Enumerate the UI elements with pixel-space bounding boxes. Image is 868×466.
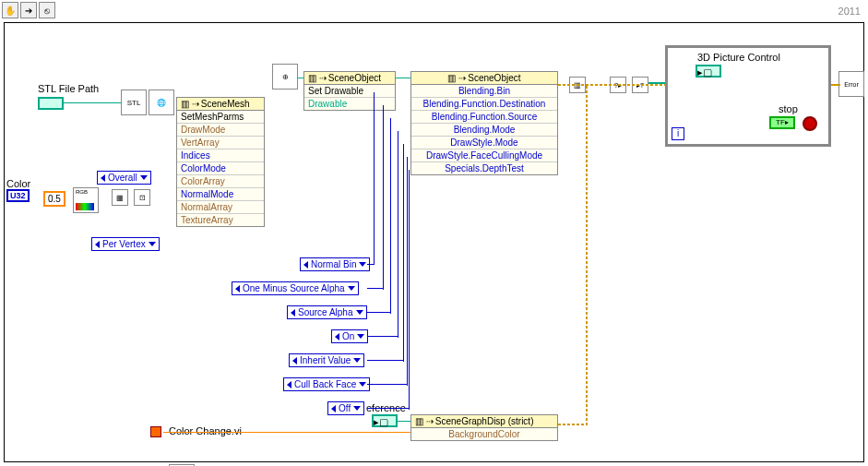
so2-row[interactable]: DrawStyle.Mode <box>411 137 557 149</box>
sgd-row[interactable]: BackgroundColor <box>411 428 557 440</box>
half-constant[interactable]: 0.5 <box>43 191 65 207</box>
scenemesh-header: ▥ ⇢SceneMesh <box>177 98 264 111</box>
wire <box>298 78 303 78</box>
cullback-constant[interactable]: Cull Back Face <box>283 377 370 391</box>
wire <box>367 312 391 313</box>
wire <box>367 408 410 409</box>
overall-constant[interactable]: Overall <box>97 171 151 185</box>
pervertex-constant[interactable]: Per Vertex <box>91 237 160 251</box>
wire <box>374 92 375 264</box>
mesh-row[interactable]: SetMeshParms <box>177 111 264 124</box>
sceneobject2-header: ▥ ⇢SceneObject <box>411 72 557 85</box>
on-constant[interactable]: On <box>331 329 368 343</box>
so1-row[interactable]: Set Drawable <box>304 85 395 98</box>
wire <box>558 84 665 86</box>
colorchange-label: Color Change.vi <box>169 425 242 436</box>
wire <box>390 118 391 314</box>
so2-row[interactable]: Blending.Function.Source <box>411 111 557 124</box>
sceneobject1-node[interactable]: ▥ ⇢SceneObject Set Drawable Drawable <box>303 71 396 111</box>
wire <box>558 424 586 425</box>
spool-tool-icon[interactable]: ⎋ <box>39 2 55 18</box>
arrow-tool-icon[interactable]: ➔ <box>20 2 37 18</box>
while-loop-frame: STL File Path STL 🌐 Color U32 0.5 ▦ ⊡ Ov… <box>4 22 864 462</box>
stl-path-terminal[interactable] <box>38 97 64 110</box>
wire <box>403 144 404 362</box>
wire <box>407 157 408 386</box>
wire <box>367 336 398 337</box>
color-label: Color <box>6 178 30 189</box>
wire <box>367 264 375 265</box>
wire <box>383 105 384 290</box>
rgb-to-color-icon[interactable] <box>73 187 99 213</box>
wire <box>409 170 410 410</box>
off-constant[interactable]: Off <box>327 401 364 415</box>
wire <box>367 288 384 289</box>
scenegraphdisp-node[interactable]: ▥ ⇢SceneGraphDisp (strict) BackgroundCol… <box>410 414 558 441</box>
mesh-row[interactable]: VertArray <box>177 137 264 149</box>
toolbar: ✋ ➔ ⎋ <box>0 0 57 20</box>
wire <box>648 82 665 84</box>
wire <box>64 102 121 103</box>
mesh-row[interactable]: NormalArray <box>177 201 264 214</box>
sceneobject2-node[interactable]: ▥ ⇢SceneObject Blending.Bin Blending.Fun… <box>410 71 558 175</box>
stl-file-icon[interactable]: STL <box>121 90 147 115</box>
mesh-row[interactable]: ColorArray <box>177 175 264 188</box>
mesh-row[interactable]: DrawMode <box>177 124 264 137</box>
so2-row[interactable]: Specials.DepthTest <box>411 162 557 174</box>
inner-loop-frame: 3D Picture Control ▸▢ stop TF▸ i <box>665 45 831 147</box>
so2-row[interactable]: Blending.Mode <box>411 124 557 137</box>
inherit-constant[interactable]: Inherit Value <box>289 353 364 367</box>
stop-button-icon[interactable] <box>803 116 817 131</box>
reference-local[interactable]: ▸▢ <box>372 414 398 427</box>
oneminus-constant[interactable]: One Minus Source Alpha <box>232 281 359 295</box>
so2-row[interactable]: DrawStyle.FaceCullingMode <box>411 149 557 162</box>
mesh-row[interactable]: ColorMode <box>177 162 264 175</box>
wire <box>398 421 410 422</box>
sourcealpha-constant[interactable]: Source Alpha <box>287 305 367 319</box>
stop-label: stop <box>779 103 798 114</box>
create-object-icon[interactable]: ⊕ <box>272 64 298 90</box>
color-constant[interactable] <box>150 426 161 437</box>
error-out-icon[interactable]: Error <box>838 71 864 97</box>
mesh-row[interactable]: TextureArray <box>177 214 264 226</box>
globe-icon[interactable]: 🌐 <box>149 90 174 115</box>
stop-terminal[interactable]: TF▸ <box>769 116 795 129</box>
u32-terminal[interactable]: U32 <box>6 189 30 202</box>
wire <box>396 78 410 78</box>
scenemesh-node[interactable]: ▥ ⇢SceneMesh SetMeshParms DrawMode VertA… <box>176 97 265 227</box>
wire <box>831 84 840 86</box>
mesh-row[interactable]: Indices <box>177 149 264 162</box>
wire <box>367 360 404 361</box>
picture-label: 3D Picture Control <box>697 52 780 63</box>
so2-row[interactable]: Blending.Function.Destination <box>411 98 557 111</box>
hand-tool-icon[interactable]: ✋ <box>2 2 18 18</box>
wire <box>367 384 408 385</box>
so2-row[interactable]: Blending.Bin <box>411 85 557 98</box>
normalbin-constant[interactable]: Normal Bin <box>300 257 370 271</box>
picture-terminal[interactable]: ▸▢ <box>696 65 721 78</box>
version-label: 2011 <box>838 6 861 17</box>
array-index-icon[interactable]: ⊡ <box>134 189 150 206</box>
wire <box>398 131 398 338</box>
sceneobject1-header: ▥ ⇢SceneObject <box>304 72 395 85</box>
iteration-terminal: i <box>672 127 684 140</box>
stl-filepath-label: STL File Path <box>38 83 99 94</box>
sgd-header: ▥ ⇢SceneGraphDisp (strict) <box>411 415 557 428</box>
wire <box>163 432 410 433</box>
build-array-icon[interactable]: ▦ <box>112 189 128 206</box>
so1-row[interactable]: Drawable <box>304 98 395 110</box>
mesh-row[interactable]: NormalMode <box>177 188 264 201</box>
wire <box>586 84 588 425</box>
